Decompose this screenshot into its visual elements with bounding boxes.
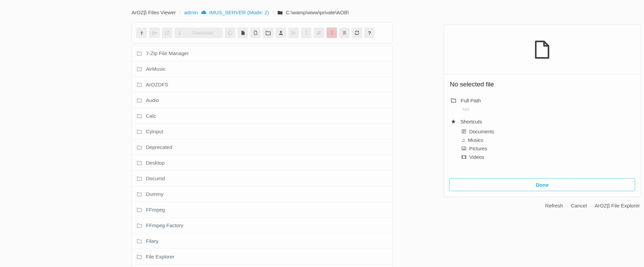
new-file-button[interactable] <box>250 28 261 38</box>
help-button[interactable]: ? <box>364 28 375 38</box>
open-button[interactable] <box>149 28 160 38</box>
refresh-link[interactable]: Refresh <box>545 203 563 208</box>
shortcuts-row: ★ Shortcuts <box>451 118 633 125</box>
swap-arrows-icon <box>316 30 322 35</box>
folder-open-icon <box>152 30 157 35</box>
file-row[interactable]: 7-Zip File Manager <box>132 46 392 61</box>
full-path-row: Full Path <box>451 97 633 104</box>
file-row[interactable]: Filary <box>132 233 392 249</box>
user-link[interactable]: admin <box>184 10 198 15</box>
folder-icon <box>137 176 142 181</box>
shortcut-label: Videos <box>469 154 484 160</box>
file-name: Desktop <box>146 160 165 166</box>
server-link[interactable]: IMUS_SERVER (Mode: 2) <box>201 10 269 15</box>
shortcut-list: Documents ♫ Musics Pictures Videos <box>461 127 633 161</box>
folder-icon <box>137 254 142 259</box>
download-label: Download <box>193 30 213 35</box>
file-name: Documd <box>146 176 165 181</box>
scissors-icon <box>291 30 296 35</box>
file-row[interactable]: FFmpeg <box>132 202 392 218</box>
file-name: Deprecated <box>146 144 172 150</box>
shortcut-videos[interactable]: Videos <box>461 153 633 161</box>
documents-icon <box>461 129 466 134</box>
file-explorer-link[interactable]: ArOZβ File Explorer <box>595 203 640 208</box>
file-row[interactable]: FFmpeg Factory <box>132 218 392 233</box>
done-button[interactable]: Done <box>449 178 635 191</box>
folder-icon <box>137 223 142 228</box>
footer-links: Refresh · Cancel · ArOZβ File Explorer <box>545 203 640 208</box>
clone-button[interactable] <box>225 28 235 38</box>
new-file-icon <box>253 30 258 35</box>
file-name: 7-Zip File Manager <box>146 50 189 56</box>
file-row[interactable]: Audio <box>132 93 392 108</box>
folder-icon <box>137 114 142 118</box>
file-details-panel: No selected file Full Path N/A ★ Shortcu… <box>444 24 641 197</box>
cloud-icon <box>201 10 207 15</box>
folder-icon <box>137 207 142 212</box>
folder-icon <box>137 98 142 103</box>
folder-icon <box>137 145 142 150</box>
star-icon: ★ <box>451 119 456 124</box>
breadcrumb-separator: / <box>272 10 274 15</box>
folder-icon <box>137 51 142 56</box>
file-name: Cyinput <box>146 129 163 134</box>
shortcut-label: Pictures <box>469 146 487 151</box>
file-row[interactable]: ArOZDFS <box>132 77 392 93</box>
dot-separator: · <box>566 203 568 208</box>
delete-button[interactable] <box>326 28 337 38</box>
navigate-up-button[interactable] <box>136 28 147 38</box>
refresh-icon <box>354 30 359 35</box>
text-cursor-icon <box>304 30 308 35</box>
cancel-link[interactable]: Cancel <box>571 203 587 208</box>
file-row[interactable]: Deprecated <box>132 139 392 155</box>
shortcut-documents[interactable]: Documents <box>461 127 633 136</box>
file-row[interactable]: File Explorer <box>132 249 392 265</box>
file-name: Filary <box>146 238 158 244</box>
cut-button[interactable] <box>288 28 299 38</box>
file-row[interactable]: Dummy <box>132 186 392 202</box>
server-label: IMUS_SERVER (Mode: 2) <box>209 10 269 15</box>
details-tree: Full Path N/A ★ Shortcuts Documents ♫ Mu… <box>444 88 640 161</box>
upload-icon <box>278 30 283 35</box>
file-row[interactable]: Desktop <box>132 155 392 171</box>
file-row[interactable]: Documd <box>132 171 392 186</box>
toolbar: Download <box>132 22 393 43</box>
bookmark-icon <box>342 31 347 35</box>
folder-icon <box>137 239 142 244</box>
external-link-icon <box>165 30 170 35</box>
folder-icon <box>137 192 142 197</box>
shortcut-musics[interactable]: ♫ Musics <box>461 136 633 144</box>
file-name: FFmpeg Factory <box>146 222 183 228</box>
shortcut-pictures[interactable]: Pictures <box>461 144 633 153</box>
shortcut-label: Documents <box>469 129 494 134</box>
file-preview-area <box>444 25 640 74</box>
file-name: Calc <box>146 113 156 119</box>
refresh-button[interactable] <box>352 28 362 38</box>
full-path-value: N/A <box>463 107 633 112</box>
upload-button[interactable] <box>276 28 286 38</box>
file-name: File Explorer <box>146 254 174 260</box>
file-row[interactable]: Cyinput <box>132 124 392 139</box>
download-icon <box>177 30 182 35</box>
panel-title: No selected file <box>444 74 640 88</box>
breadcrumb-separator: / <box>179 10 181 15</box>
bookmark-button[interactable] <box>339 28 350 38</box>
swap-button[interactable] <box>313 28 324 38</box>
open-in-new-window-button[interactable] <box>162 28 172 38</box>
folder-icon <box>137 161 142 165</box>
paste-icon <box>241 30 245 35</box>
app-title: ArOZβ Files Viewer <box>132 10 176 15</box>
download-button[interactable]: Download <box>174 28 223 38</box>
rename-button[interactable] <box>301 28 311 38</box>
folder-icon <box>451 98 456 103</box>
file-list: 7-Zip File Manager AirMusic ArOZDFS Audi… <box>132 45 393 267</box>
new-folder-button[interactable] <box>263 28 274 38</box>
paste-button[interactable] <box>237 28 248 38</box>
file-row[interactable]: Calc <box>132 108 392 124</box>
folder-icon <box>137 67 142 71</box>
pictures-icon <box>461 146 466 151</box>
file-row[interactable]: AirMusic <box>132 61 392 77</box>
file-name: Dummy <box>146 191 164 197</box>
file-name: AirMusic <box>146 66 166 72</box>
question-icon: ? <box>368 30 371 36</box>
